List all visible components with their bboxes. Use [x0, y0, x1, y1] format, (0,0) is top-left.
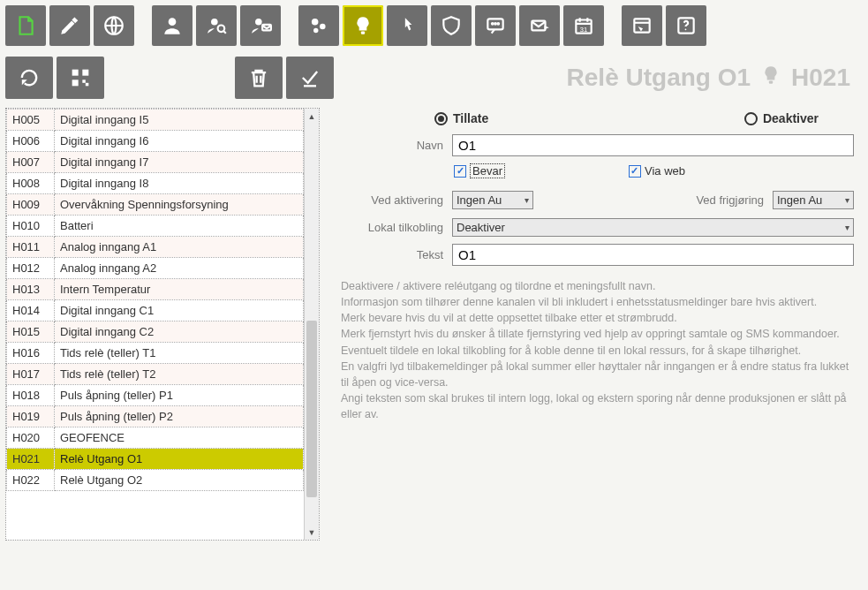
user-search-button[interactable] [196, 5, 237, 46]
row-code: H009 [7, 194, 55, 216]
main-toolbar: 31 [0, 0, 868, 53]
radio-unchecked-icon [744, 112, 758, 125]
svg-rect-24 [82, 79, 86, 83]
table-row[interactable]: H014Digital inngang C1 [7, 300, 304, 321]
table-row[interactable]: H007Digital inngang I7 [7, 152, 304, 173]
content: H005Digital inngang I5H006Digital inngan… [0, 108, 868, 541]
message-button[interactable] [475, 5, 516, 46]
usb-button[interactable] [49, 5, 90, 46]
text-input[interactable] [452, 244, 854, 266]
table-row[interactable]: H016Tids relè (teller) T1 [7, 343, 304, 364]
row-label: GEOFENCE [55, 427, 304, 449]
refresh-button[interactable] [5, 57, 53, 99]
list-scrollbar[interactable]: ▲ ▼ [304, 109, 319, 540]
radio-allow[interactable]: Tillate [434, 111, 488, 125]
settings-button[interactable] [298, 5, 339, 46]
radio-checked-icon [434, 112, 448, 125]
table-row[interactable]: H006Digital inngang I6 [7, 131, 304, 152]
svg-point-13 [494, 23, 496, 25]
send-button[interactable] [519, 5, 560, 46]
svg-rect-18 [634, 19, 649, 32]
row-label: Digital inngang I6 [55, 131, 304, 152]
table-row[interactable]: H005Digital inngang I5 [7, 110, 304, 131]
table-row[interactable]: H009Overvåkning Spenningsforsyning [7, 194, 304, 216]
local-conn-select[interactable]: Deaktiver ▾ [452, 218, 854, 237]
table-row[interactable]: H012Analog inngang A2 [7, 258, 304, 279]
row-label: Batteri [55, 216, 304, 237]
table-row[interactable]: H020GEOFENCE [7, 427, 304, 449]
help-text: Deaktivere / aktivere reléutgang og tilo… [337, 273, 854, 422]
row-label: Overvåkning Spenningsforsyning [55, 194, 304, 216]
table-row[interactable]: H021Relè Utgang O1 [7, 449, 304, 470]
row-code: H006 [7, 131, 55, 152]
page-title-code: H021 [791, 64, 850, 92]
chevron-down-icon: ▾ [845, 195, 849, 205]
row-label: Digital inngang I5 [55, 110, 304, 131]
scroll-up-icon[interactable]: ▲ [305, 109, 319, 124]
table-row[interactable]: H011Analog inngang A1 [7, 237, 304, 258]
viaweb-label: Via web [645, 164, 685, 178]
table-row[interactable]: H022Relè Utgang O2 [7, 470, 304, 491]
detail-form: Tillate Deaktiver Navn ✓ Bevar ✓ Via web… [337, 108, 863, 541]
scroll-down-icon[interactable]: ▼ [305, 525, 319, 540]
row-code: H011 [7, 237, 55, 258]
user-mail-button[interactable] [240, 5, 281, 46]
qr-button[interactable] [57, 57, 104, 99]
on-activate-select[interactable]: Ingen Au ▾ [452, 191, 533, 209]
chevron-down-icon: ▾ [845, 223, 849, 232]
svg-point-5 [255, 19, 262, 26]
on-release-select[interactable]: Ingen Au ▾ [773, 191, 854, 209]
file-button[interactable] [5, 5, 46, 46]
globe-button[interactable] [94, 5, 134, 46]
table-row[interactable]: H017Tids relè (teller) T2 [7, 364, 304, 385]
on-release-value: Ingen Au [777, 193, 822, 207]
page-title-text: Relè Utgang O1 [567, 64, 751, 92]
radio-disable-label: Deaktiver [763, 111, 819, 125]
svg-rect-21 [72, 70, 79, 76]
row-code: H010 [7, 216, 55, 237]
row-label: Digital inngang I7 [55, 152, 304, 173]
row-code: H016 [7, 343, 55, 364]
pointer-button[interactable] [387, 5, 427, 46]
svg-point-14 [497, 23, 499, 25]
table-row[interactable]: H018Puls åpning (teller) P1 [7, 385, 304, 406]
row-label: Digital inngang C1 [55, 300, 304, 321]
apply-button[interactable] [286, 57, 334, 99]
sub-toolbar: Relè Utgang O1 H021 [0, 53, 868, 108]
table-row[interactable]: H019Puls åpning (teller) P2 [7, 406, 304, 427]
help-button[interactable] [666, 5, 706, 46]
window-button[interactable] [622, 5, 662, 46]
table-row[interactable]: H013Intern Temperatur [7, 279, 304, 300]
radio-disable[interactable]: Deaktiver [744, 111, 819, 125]
local-conn-label: Lokal tilkobling [337, 221, 452, 234]
svg-point-12 [492, 23, 494, 25]
delete-button[interactable] [235, 57, 283, 99]
viaweb-checkbox[interactable]: ✓ Via web [629, 163, 685, 178]
table-row[interactable]: H010Batteri [7, 216, 304, 237]
bulb-button[interactable] [343, 5, 383, 46]
row-code: H015 [7, 321, 55, 343]
shield-button[interactable] [431, 5, 472, 46]
row-code: H022 [7, 470, 55, 491]
scroll-thumb[interactable] [306, 321, 317, 497]
bulb-icon [759, 64, 782, 93]
user-button[interactable] [152, 5, 192, 46]
preserve-label: Bevar [470, 163, 505, 178]
row-code: H020 [7, 427, 55, 449]
svg-point-4 [218, 25, 225, 32]
svg-rect-22 [82, 70, 88, 76]
row-code: H018 [7, 385, 55, 406]
row-code: H019 [7, 406, 55, 427]
svg-rect-10 [361, 32, 365, 34]
row-code: H008 [7, 173, 55, 194]
on-activate-value: Ingen Au [457, 193, 502, 207]
row-code: H007 [7, 152, 55, 173]
table-row[interactable]: H015Digital inngang C2 [7, 321, 304, 343]
preserve-checkbox[interactable]: ✓ Bevar [454, 163, 505, 178]
svg-text:31: 31 [580, 26, 587, 34]
name-label: Navn [337, 139, 452, 152]
item-list: H005Digital inngang I5H006Digital inngan… [5, 108, 320, 541]
table-row[interactable]: H008Digital inngang I8 [7, 173, 304, 194]
calendar-button[interactable]: 31 [563, 5, 604, 46]
name-input[interactable] [452, 134, 854, 156]
